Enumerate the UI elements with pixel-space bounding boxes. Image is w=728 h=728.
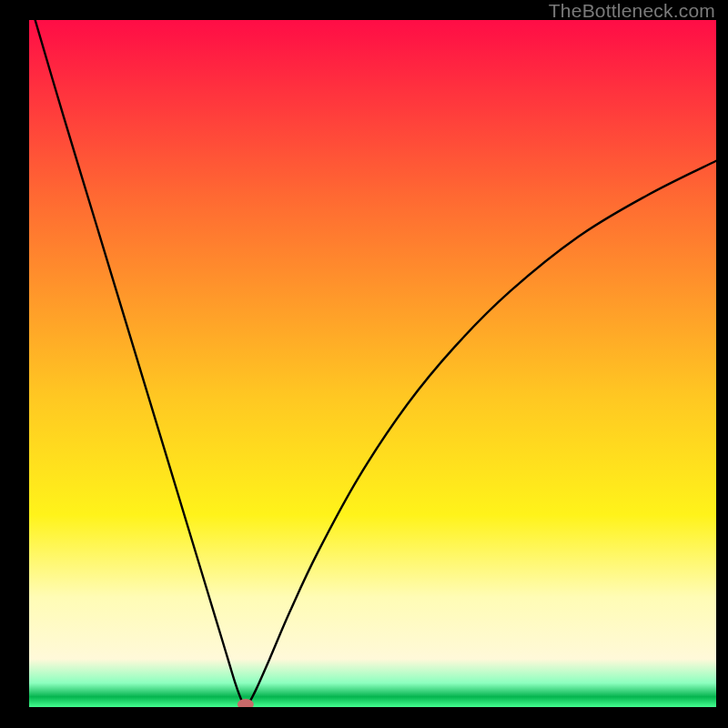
watermark-text: TheBottleneck.com xyxy=(549,0,715,22)
plot-area xyxy=(29,20,716,707)
chart-frame: TheBottleneck.com xyxy=(0,0,728,728)
chart-svg xyxy=(29,20,716,707)
gradient-background xyxy=(29,20,716,707)
